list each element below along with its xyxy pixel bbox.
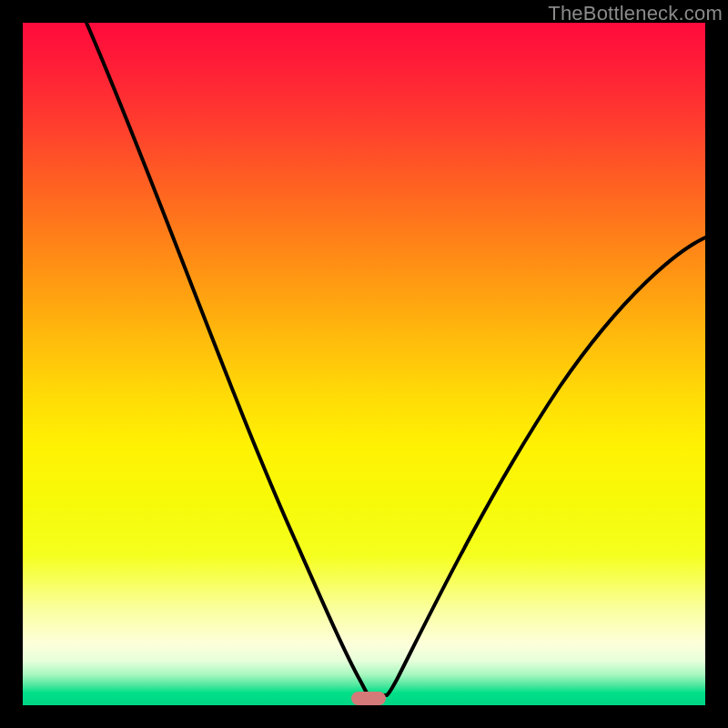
chart-frame: TheBottleneck.com bbox=[0, 0, 728, 728]
bottleneck-curve bbox=[23, 23, 705, 705]
watermark-text: TheBottleneck.com bbox=[548, 2, 723, 25]
curve-path bbox=[86, 23, 705, 695]
plot-area bbox=[23, 23, 705, 705]
optimal-marker bbox=[351, 692, 386, 705]
